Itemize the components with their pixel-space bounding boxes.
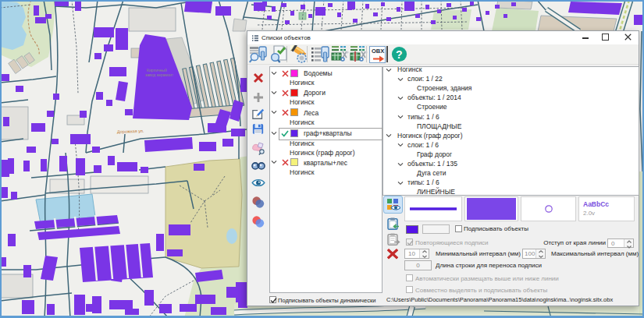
svg-text:завод керамзит: завод керамзит [145,72,174,77]
svg-text:OBX: OBX [372,48,384,55]
svg-text:Дорожная ул.: Дорожная ул. [117,129,144,134]
svg-text:?: ? [396,48,403,61]
